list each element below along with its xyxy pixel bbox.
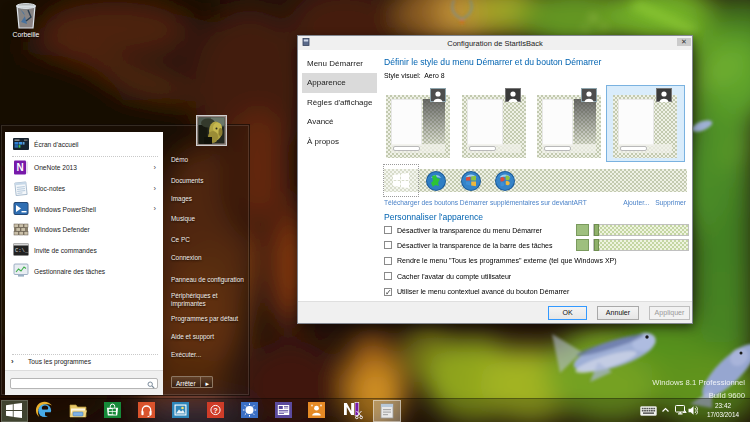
- svg-text:?: ?: [213, 406, 218, 415]
- svg-text:C:\_: C:\_: [15, 247, 29, 254]
- svg-text:N: N: [16, 162, 23, 173]
